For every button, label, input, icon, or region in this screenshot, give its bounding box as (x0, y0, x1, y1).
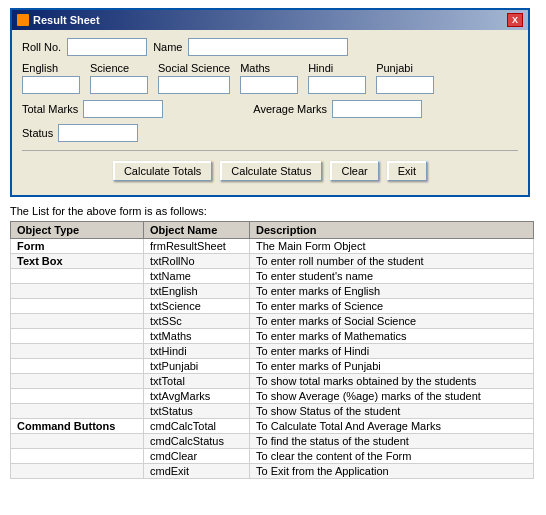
col-header-name: Object Name (144, 222, 250, 239)
cell-object-name: txtMaths (144, 329, 250, 344)
cell-object-name: txtStatus (144, 404, 250, 419)
average-marks-group: Average Marks (253, 100, 422, 118)
window-icon (17, 14, 29, 26)
table-row: Command ButtonscmdCalcTotalTo Calculate … (11, 419, 534, 434)
table-row: txtStatusTo show Status of the student (11, 404, 534, 419)
cell-object-name: txtEnglish (144, 284, 250, 299)
social-science-input[interactable] (158, 76, 230, 94)
divider (22, 150, 518, 151)
status-input[interactable] (58, 124, 138, 142)
table-row: txtAvgMarksTo show Average (%age) marks … (11, 389, 534, 404)
cell-object-type (11, 299, 144, 314)
social-science-label: Social Science (158, 62, 230, 74)
name-label: Name (153, 41, 182, 53)
cell-object-name: cmdCalcStatus (144, 434, 250, 449)
subject-col-science: Science (90, 62, 148, 94)
rollno-label: Roll No. (22, 41, 61, 53)
calc-status-button[interactable]: Calculate Status (220, 161, 322, 181)
english-input[interactable] (22, 76, 80, 94)
cell-description: To clear the content of the Form (250, 449, 534, 464)
cell-description: To show Status of the student (250, 404, 534, 419)
cell-object-name: txtHindi (144, 344, 250, 359)
cell-description: To Exit from the Application (250, 464, 534, 479)
cell-object-name: frmResultSheet (144, 239, 250, 254)
cell-description: To show Average (%age) marks of the stud… (250, 389, 534, 404)
cell-object-type (11, 464, 144, 479)
cell-object-type (11, 329, 144, 344)
table-row: txtHindiTo enter marks of Hindi (11, 344, 534, 359)
subject-col-social: Social Science (158, 62, 230, 94)
cell-object-name: txtAvgMarks (144, 389, 250, 404)
punjabi-input[interactable] (376, 76, 434, 94)
clear-button[interactable]: Clear (330, 161, 378, 181)
table-row: txtScienceTo enter marks of Science (11, 299, 534, 314)
cell-object-type (11, 449, 144, 464)
table-row: cmdClearTo clear the content of the Form (11, 449, 534, 464)
table-section: The List for the above form is as follow… (10, 205, 536, 479)
maths-label: Maths (240, 62, 270, 74)
exit-button[interactable]: Exit (387, 161, 427, 181)
rollno-name-row: Roll No. Name (22, 38, 518, 56)
punjabi-label: Punjabi (376, 62, 413, 74)
cell-object-name: txtName (144, 269, 250, 284)
col-header-type: Object Type (11, 222, 144, 239)
cell-description: To show total marks obtained by the stud… (250, 374, 534, 389)
cell-object-name: txtScience (144, 299, 250, 314)
subject-col-english: English (22, 62, 80, 94)
cell-object-type (11, 404, 144, 419)
cell-object-name: txtSSc (144, 314, 250, 329)
table-row: txtMathsTo enter marks of Mathematics (11, 329, 534, 344)
subject-col-punjabi: Punjabi (376, 62, 434, 94)
button-row: Calculate Totals Calculate Status Clear … (22, 157, 518, 185)
cell-object-type (11, 284, 144, 299)
cell-description: To enter marks of Social Science (250, 314, 534, 329)
cell-description: To enter student's name (250, 269, 534, 284)
table-row: cmdCalcStatusTo find the status of the s… (11, 434, 534, 449)
cell-object-type (11, 269, 144, 284)
rollno-input[interactable] (67, 38, 147, 56)
average-marks-input[interactable] (332, 100, 422, 118)
cell-description: To enter marks of Science (250, 299, 534, 314)
table-intro: The List for the above form is as follow… (10, 205, 536, 217)
cell-description: To enter marks of Hindi (250, 344, 534, 359)
cell-object-type (11, 374, 144, 389)
subjects-row: English Science Social Science Maths Hin… (22, 62, 518, 94)
total-marks-input[interactable] (83, 100, 163, 118)
table-row: FormfrmResultSheetThe Main Form Object (11, 239, 534, 254)
status-label: Status (22, 127, 53, 139)
totals-row: Total Marks Average Marks (22, 100, 518, 118)
window-title: Result Sheet (33, 14, 100, 26)
name-input[interactable] (188, 38, 348, 56)
calc-totals-button[interactable]: Calculate Totals (113, 161, 212, 181)
table-row: Text BoxtxtRollNoTo enter roll number of… (11, 254, 534, 269)
window-body: Roll No. Name English Science Social Sci… (12, 30, 528, 195)
hindi-input[interactable] (308, 76, 366, 94)
cell-description: To enter roll number of the student (250, 254, 534, 269)
cell-object-type (11, 314, 144, 329)
cell-description: To enter marks of English (250, 284, 534, 299)
cell-description: To Calculate Total And Average Marks (250, 419, 534, 434)
science-input[interactable] (90, 76, 148, 94)
cell-object-name: cmdExit (144, 464, 250, 479)
cell-object-name: cmdCalcTotal (144, 419, 250, 434)
titlebar: Result Sheet X (12, 10, 528, 30)
cell-description: To enter marks of Mathematics (250, 329, 534, 344)
cell-object-type (11, 389, 144, 404)
cell-object-name: txtRollNo (144, 254, 250, 269)
cell-object-name: txtPunjabi (144, 359, 250, 374)
cell-object-name: txtTotal (144, 374, 250, 389)
table-row: cmdExitTo Exit from the Application (11, 464, 534, 479)
science-label: Science (90, 62, 129, 74)
object-table: Object Type Object Name Description Form… (10, 221, 534, 479)
table-row: txtSScTo enter marks of Social Science (11, 314, 534, 329)
table-row: txtTotalTo show total marks obtained by … (11, 374, 534, 389)
cell-object-type: Command Buttons (11, 419, 144, 434)
table-row: txtNameTo enter student's name (11, 269, 534, 284)
cell-description: To enter marks of Punjabi (250, 359, 534, 374)
maths-input[interactable] (240, 76, 298, 94)
close-button[interactable]: X (507, 13, 523, 27)
hindi-label: Hindi (308, 62, 333, 74)
status-row: Status (22, 124, 518, 142)
total-marks-group: Total Marks (22, 100, 163, 118)
table-row: txtEnglishTo enter marks of English (11, 284, 534, 299)
